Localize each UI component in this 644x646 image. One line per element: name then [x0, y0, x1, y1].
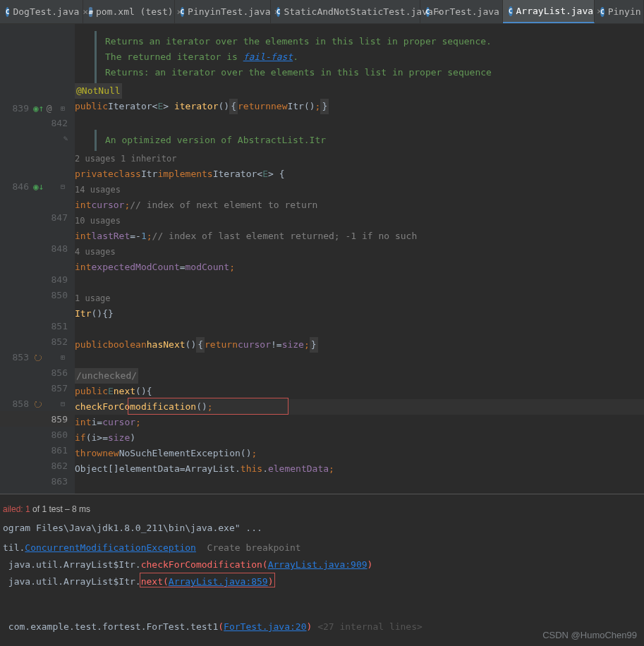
- fold-icon[interactable]: ⊟: [61, 400, 68, 408]
- highlight-box: [128, 398, 288, 415]
- usage-hint[interactable]: 14 usages: [75, 182, 644, 197]
- test-console[interactable]: ailed: 1 of 1 test – 8 ms ogram Files\Ja…: [0, 494, 644, 635]
- class-icon: C: [6, 7, 9, 17]
- editor-tabs: C DogTest.java × m pom.xml (test) × C Pi…: [0, 0, 644, 24]
- line-number: 848: [47, 243, 68, 254]
- line-number: 862: [47, 461, 68, 471]
- code-line-851: Itr() {}: [75, 306, 644, 322]
- code-line-846: private class Itr implements Iterator<E>…: [75, 166, 644, 182]
- fold-icon[interactable]: ⊟: [61, 183, 68, 190]
- tab-label: pom.xml (test): [96, 6, 174, 17]
- tab-fortest[interactable]: C ForTest.java ×: [420, 0, 504, 23]
- line-number: 842: [47, 118, 68, 128]
- highlight-box: [140, 573, 275, 587]
- tab-arraylist[interactable]: C ArrayList.java ×: [503, 0, 595, 23]
- code-line-859: checkForComodification();: [75, 399, 644, 415]
- line-number: 853: [8, 352, 29, 362]
- source-link[interactable]: ForTest.java:20: [224, 621, 306, 632]
- console-line: ogram Files\Java\jdk1.8.0_211\bin\java.e…: [0, 520, 644, 537]
- tab-pom[interactable]: m pom.xml (test) ×: [83, 0, 175, 23]
- code-line-853: public boolean hasNext() { return cursor…: [75, 337, 644, 353]
- line-number: 852: [47, 336, 68, 347]
- code-line-858: public E next() {: [75, 384, 644, 399]
- tab-label: PinyinTest.java: [188, 6, 270, 17]
- exception-link[interactable]: ConcurrentModificationException: [25, 542, 196, 553]
- override-icon[interactable]: ⭮: [33, 398, 42, 409]
- override-icon[interactable]: ◉↑: [33, 103, 44, 114]
- line-number: 858: [8, 398, 29, 409]
- code-line-857: /unchecked/: [75, 368, 644, 384]
- line-number: 860: [47, 429, 68, 440]
- line-number: 856: [47, 367, 68, 378]
- line-number: 839: [8, 103, 29, 114]
- class-icon: C: [181, 7, 184, 17]
- tab-dogtest[interactable]: C DogTest.java ×: [0, 0, 83, 23]
- gutter: 839◉↑@⊞ 842 ✎ 846◉↓⊟ 847 848 849 850 851…: [0, 24, 75, 494]
- impl-icon[interactable]: ◉↓: [33, 181, 44, 192]
- tab-pinyintest[interactable]: C PinyinTest.java ×: [175, 0, 271, 23]
- code-line-862: throw new NoSuchElementException();: [75, 446, 644, 461]
- code-area[interactable]: Returns an iterator over the elements in…: [75, 24, 644, 494]
- class-icon: C: [426, 7, 430, 17]
- class-icon: C: [600, 7, 604, 17]
- line-number: 863: [47, 476, 68, 487]
- class-icon: C: [509, 6, 512, 16]
- class-icon: C: [277, 7, 280, 17]
- line-number: 851: [47, 321, 68, 331]
- code-editor[interactable]: 839◉↑@⊞ 842 ✎ 846◉↓⊟ 847 848 849 850 851…: [0, 24, 644, 494]
- usage-hint[interactable]: 4 usages: [75, 244, 644, 260]
- tab-static[interactable]: C StaticAndNotStaticTest.java ×: [271, 0, 420, 23]
- edit-icon[interactable]: ✎: [63, 134, 68, 143]
- fold-icon[interactable]: ⊞: [61, 104, 68, 112]
- stacktrace-line: java.util.ArrayList$Itr.checkForComodifi…: [0, 556, 644, 573]
- line-number: 847: [47, 212, 68, 223]
- code-line-839: public Iterator<E> iterator() { return n…: [75, 99, 644, 114]
- line-number: 857: [47, 383, 68, 394]
- tab-label: DogTest.java: [13, 6, 79, 17]
- line-number: 861: [47, 445, 68, 456]
- fold-icon[interactable]: ⊞: [61, 353, 68, 361]
- javadoc-line: The returned iterator is fail-fast.: [105, 49, 644, 65]
- source-link[interactable]: ArrayList.java:909: [268, 559, 367, 570]
- watermark: CSDN @HumoChen99: [542, 630, 637, 640]
- maven-icon: m: [89, 7, 92, 17]
- usage-hint[interactable]: 1 usage: [75, 291, 644, 306]
- usage-hint[interactable]: 2 usages 1 inheritor: [75, 151, 644, 166]
- console-line: til.ConcurrentModificationException Crea…: [0, 540, 644, 556]
- javadoc-line: Returns an iterator over the elements in…: [105, 34, 644, 49]
- code-line-847: int cursor; // index of next element to …: [75, 197, 644, 213]
- javadoc-line: Returns: an iterator over the elements i…: [105, 65, 644, 80]
- usage-hint[interactable]: 10 usages: [75, 213, 644, 228]
- line-number: 849: [47, 274, 68, 285]
- code-line-863: Object[] elementData = ArrayList.this.el…: [75, 461, 644, 477]
- test-result-header: ailed: 1 of 1 test – 8 ms: [0, 499, 644, 520]
- code-line-861: if (i >= size): [75, 430, 644, 446]
- javadoc-line: An optimized version of AbstractList.Itr: [105, 133, 644, 148]
- create-breakpoint[interactable]: Create breakpoint: [207, 542, 301, 553]
- code-line-annotation: @NotNull: [75, 83, 644, 99]
- code-line-848: int lastRet = -1; // index of last eleme…: [75, 228, 644, 244]
- line-number: 859: [47, 414, 68, 425]
- stacktrace-line: java.util.ArrayList$Itr.next(ArrayList.j…: [0, 573, 644, 618]
- line-number: 846: [8, 181, 29, 192]
- javadoc-link[interactable]: fail-fast: [243, 51, 293, 62]
- tab-label: ArrayList.java: [516, 6, 594, 16]
- tab-label: ForTest.java: [433, 6, 499, 17]
- tab-pinyin[interactable]: C Pinyin: [595, 0, 644, 23]
- tab-label: StaticAndNotStaticTest.java: [284, 6, 432, 17]
- line-number: 850: [47, 290, 68, 300]
- override-icon[interactable]: ⭮: [33, 352, 42, 362]
- code-line-860: int i = cursor;: [75, 415, 644, 430]
- code-line-849: int expectedModCount = modCount;: [75, 260, 644, 275]
- tab-label: Pinyin: [608, 6, 641, 17]
